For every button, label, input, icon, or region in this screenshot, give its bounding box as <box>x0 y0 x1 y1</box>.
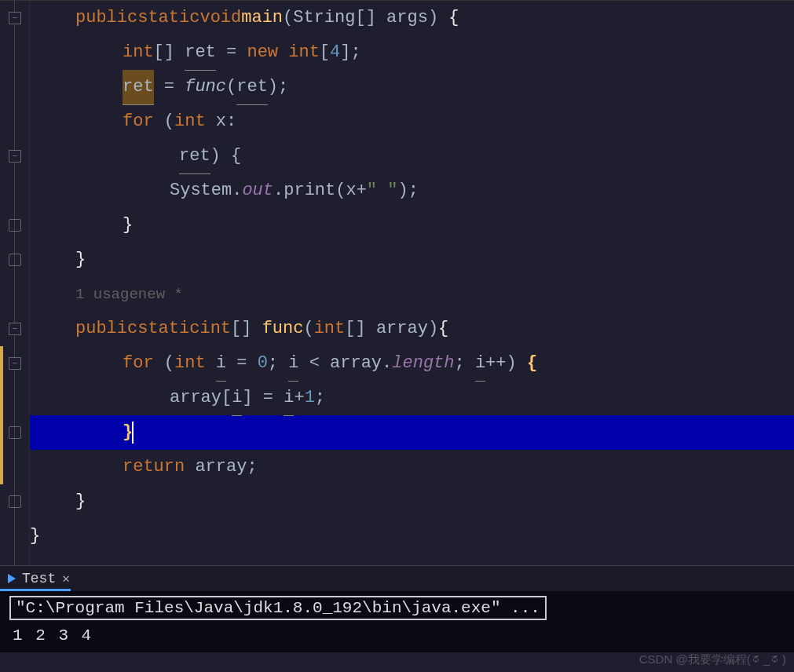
breakpoint-icon[interactable] <box>9 254 21 266</box>
fold-icon[interactable]: − <box>9 357 21 370</box>
cursor-icon <box>132 422 134 444</box>
code-line[interactable]: ret) { <box>30 139 794 173</box>
terminal-tabs: Test ✕ <box>0 566 794 591</box>
code-line[interactable]: public static int[] func(int[] array){ <box>30 312 794 346</box>
fold-icon[interactable]: − <box>9 323 21 335</box>
code-line[interactable]: public static void main(String[] args) { <box>30 1 794 35</box>
fold-icon[interactable]: − <box>9 150 21 163</box>
breakpoint-icon[interactable] <box>9 219 21 232</box>
run-icon <box>8 574 16 583</box>
terminal-tab-test[interactable]: Test ✕ <box>0 566 78 591</box>
terminal-output[interactable]: "C:\Program Files\Java\jdk1.8.0_192\bin\… <box>0 591 794 652</box>
code-line[interactable]: } <box>30 519 794 553</box>
code-line[interactable]: ret = func(ret); <box>30 70 794 104</box>
breakpoint-icon[interactable] <box>9 495 21 508</box>
fold-icon[interactable]: − <box>9 12 21 24</box>
code-editor[interactable]: − − − − public static void main(String[]… <box>0 0 794 565</box>
code-line[interactable]: array[i] = i+1; <box>30 381 794 415</box>
terminal-panel: Test ✕ "C:\Program Files\Java\jdk1.8.0_1… <box>0 565 794 652</box>
watermark: CSDN @我要学编程(ಥ_ಥ) <box>639 652 786 667</box>
code-line[interactable]: } <box>30 243 794 277</box>
tab-label: Test <box>22 571 56 586</box>
code-line[interactable]: for (int i = 0; i < array.length; i++) { <box>30 346 794 381</box>
editor-gutter: − − − − <box>0 1 30 565</box>
code-line[interactable]: int[] ret = new int[4]; <box>30 35 794 70</box>
breakpoint-icon[interactable] <box>9 426 21 439</box>
tab-active-indicator <box>0 589 71 591</box>
code-line-active[interactable]: } <box>30 415 794 450</box>
command-line: "C:\Program Files\Java\jdk1.8.0_192\bin\… <box>9 596 547 620</box>
code-line[interactable]: System.out.print(x+" "); <box>30 173 794 208</box>
code-line[interactable]: return array; <box>30 450 794 484</box>
code-line[interactable]: } <box>30 484 794 519</box>
code-hint[interactable]: 1 usage new * <box>30 277 794 312</box>
close-icon[interactable]: ✕ <box>62 571 70 586</box>
code-line[interactable]: } <box>30 208 794 243</box>
code-content[interactable]: public static void main(String[] args) {… <box>30 1 794 565</box>
code-line[interactable]: for (int x: <box>30 104 794 139</box>
program-output: 1 2 3 4 <box>9 620 785 648</box>
